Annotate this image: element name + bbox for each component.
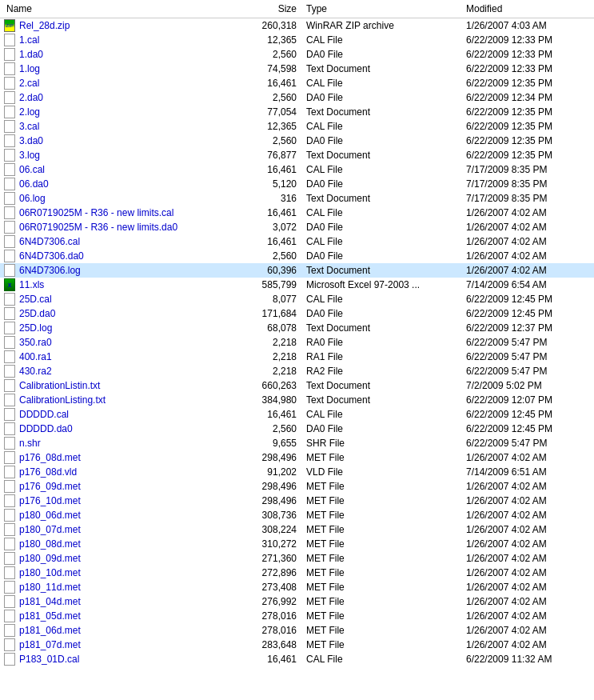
table-row[interactable]: 06R0719025M - R36 - new limits.da0 3,072…: [0, 220, 594, 234]
table-row[interactable]: p176_08d.vld 91,202 VLD File 7/14/2009 6…: [0, 465, 594, 479]
file-icon: [3, 480, 16, 493]
file-name: CalibrationListing.txt: [3, 394, 239, 406]
file-icon: [3, 624, 16, 637]
table-row[interactable]: 350.ra0 2,218 RA0 File 6/22/2009 5:47 PM: [0, 335, 594, 350]
file-icon: [3, 250, 16, 262]
table-row[interactable]: 3.cal 12,365 CAL File 6/22/2009 12:35 PM: [0, 119, 594, 134]
table-row[interactable]: 2.da0 2,560 DA0 File 6/22/2009 12:34 PM: [0, 90, 594, 105]
file-modified: 1/26/2007 4:02 AM: [463, 510, 591, 521]
table-row[interactable]: p180_08d.met 310,272 MET File 1/26/2007 …: [0, 537, 594, 551]
file-type: CAL File: [303, 34, 463, 46]
file-icon: [3, 91, 16, 104]
file-type: DA0 File: [303, 178, 463, 190]
file-name: 1.da0: [3, 48, 239, 61]
table-row[interactable]: ZIP Rel_28d.zip 260,318 WinRAR ZIP archi…: [0, 18, 594, 33]
file-type: MET File: [303, 582, 463, 593]
table-row[interactable]: p176_09d.met 298,496 MET File 1/26/2007 …: [0, 479, 594, 494]
file-size: 3,072: [239, 222, 303, 233]
file-type: RA0 File: [303, 337, 463, 348]
table-row[interactable]: 1.log 74,598 Text Document 6/22/2009 12:…: [0, 62, 594, 76]
table-row[interactable]: X 11.xls 585,799 Microsoft Excel 97-2003…: [0, 278, 594, 292]
table-row[interactable]: p180_10d.met 272,896 MET File 1/26/2007 …: [0, 566, 594, 580]
table-row[interactable]: 2.log 77,054 Text Document 6/22/2009 12:…: [0, 105, 594, 119]
file-name-text: 6N4D7306.cal: [19, 236, 80, 247]
file-type: Text Document: [303, 63, 463, 74]
table-row[interactable]: 06.log 316 Text Document 7/17/2009 8:35 …: [0, 191, 594, 206]
file-size: 74,598: [239, 63, 303, 74]
file-name: 6N4D7306.cal: [3, 235, 239, 248]
file-size: 12,365: [239, 121, 303, 132]
file-type: CAL File: [303, 236, 463, 247]
file-modified: 1/26/2007 4:02 AM: [463, 639, 591, 650]
file-size: 2,560: [239, 92, 303, 103]
table-row[interactable]: 2.cal 16,461 CAL File 6/22/2009 12:35 PM: [0, 76, 594, 90]
file-name-text: 1.log: [19, 63, 40, 74]
table-row[interactable]: p176_10d.met 298,496 MET File 1/26/2007 …: [0, 494, 594, 508]
file-type: RA1 File: [303, 351, 463, 362]
file-name-text: 3.log: [19, 150, 40, 161]
header-name[interactable]: Name: [3, 2, 239, 16]
table-row[interactable]: 6N4D7306.da0 2,560 DA0 File 1/26/2007 4:…: [0, 249, 594, 263]
file-name: 430.ra2: [3, 365, 239, 378]
table-row[interactable]: p180_09d.met 271,360 MET File 1/26/2007 …: [0, 551, 594, 566]
file-modified: 7/17/2009 8:35 PM: [463, 164, 591, 175]
file-modified: 6/22/2009 5:47 PM: [463, 438, 591, 449]
file-modified: 6/22/2009 12:45 PM: [463, 423, 591, 434]
table-row[interactable]: 3.log 76,877 Text Document 6/22/2009 12:…: [0, 148, 594, 162]
table-row[interactable]: CalibrationListin.txt 660,263 Text Docum…: [0, 378, 594, 393]
table-row[interactable]: p181_05d.met 278,016 MET File 1/26/2007 …: [0, 609, 594, 623]
file-size: 9,655: [239, 438, 303, 449]
file-name-text: p180_11d.met: [19, 582, 81, 593]
file-size: 60,396: [239, 265, 303, 276]
table-row[interactable]: 6N4D7306.log 60,396 Text Document 1/26/2…: [0, 263, 594, 278]
table-row[interactable]: 25D.log 68,078 Text Document 6/22/2009 1…: [0, 321, 594, 335]
table-row[interactable]: p181_04d.met 276,992 MET File 1/26/2007 …: [0, 594, 594, 609]
table-row[interactable]: p181_07d.met 283,648 MET File 1/26/2007 …: [0, 638, 594, 652]
file-size: 308,736: [239, 510, 303, 521]
table-row[interactable]: p180_06d.met 308,736 MET File 1/26/2007 …: [0, 508, 594, 522]
file-name-text: 06R0719025M - R36 - new limits.da0: [19, 222, 177, 233]
table-row[interactable]: 400.ra1 2,218 RA1 File 6/22/2009 5:47 PM: [0, 350, 594, 364]
file-type: CAL File: [303, 207, 463, 218]
file-modified: 6/22/2009 12:45 PM: [463, 308, 591, 319]
table-row[interactable]: 6N4D7306.cal 16,461 CAL File 1/26/2007 4…: [0, 234, 594, 249]
file-size: 2,218: [239, 337, 303, 348]
table-row[interactable]: p180_11d.met 273,408 MET File 1/26/2007 …: [0, 580, 594, 594]
file-type: DA0 File: [303, 423, 463, 434]
table-row[interactable]: 25D.cal 8,077 CAL File 6/22/2009 12:45 P…: [0, 292, 594, 306]
table-row[interactable]: 1.cal 12,365 CAL File 6/22/2009 12:33 PM: [0, 33, 594, 47]
file-name-text: p180_08d.met: [19, 538, 81, 550]
table-row[interactable]: p181_06d.met 278,016 MET File 1/26/2007 …: [0, 623, 594, 638]
table-row[interactable]: 06.da0 5,120 DA0 File 7/17/2009 8:35 PM: [0, 177, 594, 191]
file-size: 278,016: [239, 610, 303, 622]
table-row[interactable]: 06.cal 16,461 CAL File 7/17/2009 8:35 PM: [0, 162, 594, 177]
table-row[interactable]: 3.da0 2,560 DA0 File 6/22/2009 12:35 PM: [0, 134, 594, 148]
table-row[interactable]: p176_08d.met 298,496 MET File 1/26/2007 …: [0, 450, 594, 465]
table-row[interactable]: DDDDD.da0 2,560 DA0 File 6/22/2009 12:45…: [0, 422, 594, 436]
file-size: 16,461: [239, 654, 303, 665]
header-type[interactable]: Type: [303, 2, 463, 16]
table-row[interactable]: CalibrationListing.txt 384,980 Text Docu…: [0, 393, 594, 407]
file-icon: [3, 437, 16, 450]
table-row[interactable]: n.shr 9,655 SHR File 6/22/2009 5:47 PM: [0, 436, 594, 450]
header-modified[interactable]: Modified: [463, 2, 591, 16]
header-size[interactable]: Size: [239, 2, 303, 16]
file-name-text: 430.ra2: [19, 366, 52, 377]
table-row[interactable]: 25D.da0 171,684 DA0 File 6/22/2009 12:45…: [0, 306, 594, 321]
file-icon: [3, 552, 16, 565]
table-row[interactable]: 06R0719025M - R36 - new limits.cal 16,46…: [0, 206, 594, 220]
table-row[interactable]: p180_07d.met 308,224 MET File 1/26/2007 …: [0, 522, 594, 537]
file-type: Microsoft Excel 97-2003 ...: [303, 279, 463, 290]
file-type: Text Document: [303, 193, 463, 204]
file-icon: [3, 653, 16, 666]
table-row[interactable]: 430.ra2 2,218 RA2 File 6/22/2009 5:47 PM: [0, 364, 594, 378]
file-name-text: 2.cal: [19, 78, 39, 89]
table-row[interactable]: 1.da0 2,560 DA0 File 6/22/2009 12:33 PM: [0, 47, 594, 62]
file-name: DDDDD.cal: [3, 408, 239, 421]
file-modified: 6/22/2009 12:33 PM: [463, 49, 591, 60]
file-name-text: 350.ra0: [19, 337, 52, 348]
file-icon: [3, 509, 16, 522]
table-row[interactable]: DDDDD.cal 16,461 CAL File 6/22/2009 12:4…: [0, 407, 594, 422]
file-size: 585,799: [239, 279, 303, 290]
table-row[interactable]: P183_01D.cal 16,461 CAL File 6/22/2009 1…: [0, 652, 594, 666]
